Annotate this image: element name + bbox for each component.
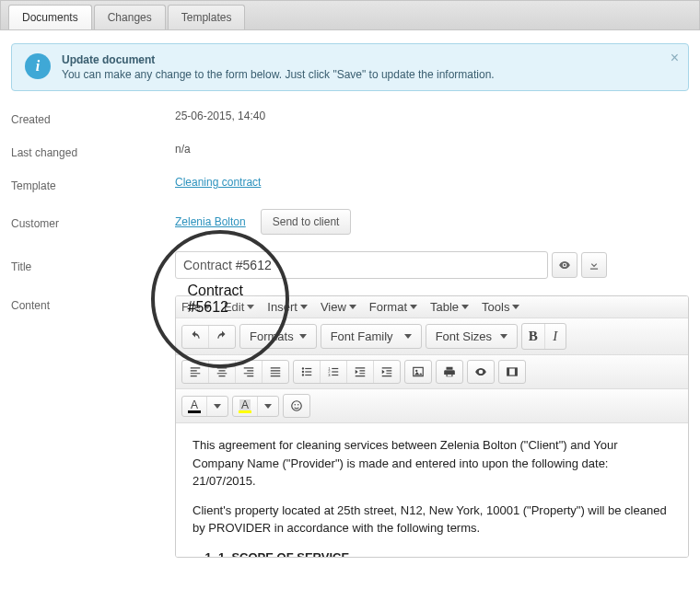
label-customer: Customer — [11, 214, 175, 230]
bullet-list-button[interactable] — [294, 361, 321, 383]
editor-toolbar-2: 123 — [176, 355, 688, 389]
numbered-list-button[interactable]: 123 — [321, 361, 347, 383]
outdent-icon — [354, 365, 367, 378]
formats-dropdown[interactable]: Formats — [239, 324, 317, 349]
info-text: You can make any change to the form belo… — [62, 68, 495, 81]
align-justify-button[interactable] — [262, 361, 288, 383]
eye-icon — [558, 259, 571, 271]
info-title: Update document — [62, 53, 495, 66]
customer-link[interactable]: Zelenia Bolton — [175, 215, 246, 228]
tab-changes[interactable]: Changes — [94, 5, 166, 29]
svg-point-2 — [302, 374, 304, 375]
align-left-button[interactable] — [182, 361, 209, 383]
svg-point-13 — [415, 370, 417, 372]
tab-bar: Documents Changes Templates — [0, 0, 700, 30]
print-icon — [443, 365, 456, 378]
value-last-changed: n/a — [175, 143, 689, 156]
menu-tools[interactable]: Tools — [482, 300, 519, 314]
download-button[interactable] — [581, 252, 607, 278]
editor-toolbar-3: A A — [176, 389, 688, 423]
svg-point-0 — [302, 367, 304, 369]
emoji-icon — [290, 399, 303, 412]
editor-content[interactable]: This agreement for cleaning services bet… — [176, 423, 688, 557]
image-icon — [412, 365, 425, 378]
content-list-item: 1. SCOPE OF SERVICE — [218, 549, 671, 558]
title-input[interactable] — [175, 251, 548, 279]
svg-rect-9 — [332, 368, 338, 369]
svg-rect-4 — [305, 371, 311, 372]
label-created: Created — [11, 110, 175, 126]
svg-point-1 — [302, 371, 304, 373]
svg-rect-10 — [332, 371, 338, 372]
svg-rect-15 — [508, 368, 509, 375]
bold-button[interactable]: B — [522, 324, 545, 349]
text-color-button[interactable]: A — [182, 397, 207, 416]
redo-icon — [216, 330, 228, 343]
text-color-caret[interactable] — [207, 397, 228, 416]
undo-icon — [189, 330, 202, 343]
editor-preview-button[interactable] — [468, 361, 494, 383]
numbered-list-icon: 123 — [327, 365, 340, 378]
svg-point-18 — [294, 404, 296, 406]
info-banner: i Update document You can make any chang… — [11, 43, 689, 91]
insert-media-button[interactable] — [499, 361, 525, 383]
rich-text-editor: File Edit Insert View Format Table Tools — [175, 295, 689, 558]
font-family-dropdown[interactable]: Font Family — [321, 324, 422, 349]
font-sizes-dropdown[interactable]: Font Sizes — [426, 324, 518, 349]
media-icon — [506, 365, 519, 378]
align-right-icon — [242, 365, 255, 378]
insert-image-button[interactable] — [405, 361, 431, 383]
menu-format[interactable]: Format — [369, 300, 417, 314]
send-to-client-button[interactable]: Send to client — [261, 209, 352, 235]
content-paragraph: This agreement for cleaning services bet… — [192, 436, 671, 491]
editor-menubar: File Edit Insert View Format Table Tools — [176, 296, 688, 318]
menu-insert[interactable]: Insert — [267, 300, 308, 314]
undo-button[interactable] — [182, 326, 209, 348]
svg-rect-16 — [515, 368, 517, 375]
svg-point-19 — [298, 404, 299, 406]
indent-button[interactable] — [374, 361, 400, 383]
close-icon[interactable]: × — [671, 50, 679, 66]
align-center-button[interactable] — [209, 361, 236, 383]
eye-icon — [474, 365, 487, 378]
menu-edit[interactable]: Edit — [224, 300, 254, 314]
italic-button[interactable]: I — [545, 324, 566, 349]
emoji-button[interactable] — [284, 395, 309, 417]
svg-rect-11 — [332, 375, 338, 375]
editor-toolbar-1: Formats Font Family Font Sizes B I — [176, 318, 688, 355]
align-center-icon — [216, 365, 228, 378]
print-button[interactable] — [437, 361, 462, 383]
redo-button[interactable] — [209, 326, 235, 348]
menu-table[interactable]: Table — [430, 300, 469, 314]
align-left-icon — [189, 365, 202, 378]
bg-color-button[interactable]: A — [233, 397, 258, 416]
menu-view[interactable]: View — [321, 300, 356, 314]
svg-point-17 — [292, 401, 302, 411]
template-link[interactable]: Cleaning contract — [175, 176, 261, 189]
indent-icon — [380, 365, 393, 378]
download-icon — [588, 259, 601, 271]
value-created: 25-06-2015, 14:40 — [175, 110, 689, 122]
preview-button[interactable] — [552, 252, 578, 278]
bg-color-caret[interactable] — [258, 397, 278, 416]
outdent-button[interactable] — [347, 361, 374, 383]
label-last-changed: Last changed — [11, 143, 175, 159]
tab-templates[interactable]: Templates — [168, 5, 246, 29]
label-template: Template — [11, 176, 175, 192]
content-paragraph: Client's property located at 25th street… — [192, 502, 671, 537]
label-content: Content — [11, 295, 175, 312]
svg-rect-5 — [305, 375, 311, 375]
svg-text:3: 3 — [328, 373, 331, 377]
info-icon: i — [25, 53, 51, 79]
align-right-button[interactable] — [236, 361, 262, 383]
svg-rect-3 — [305, 368, 311, 369]
align-justify-icon — [269, 365, 282, 378]
menu-file[interactable]: File — [181, 300, 211, 314]
bullet-list-icon — [300, 365, 313, 378]
tab-documents[interactable]: Documents — [8, 5, 92, 29]
label-title: Title — [11, 257, 175, 273]
